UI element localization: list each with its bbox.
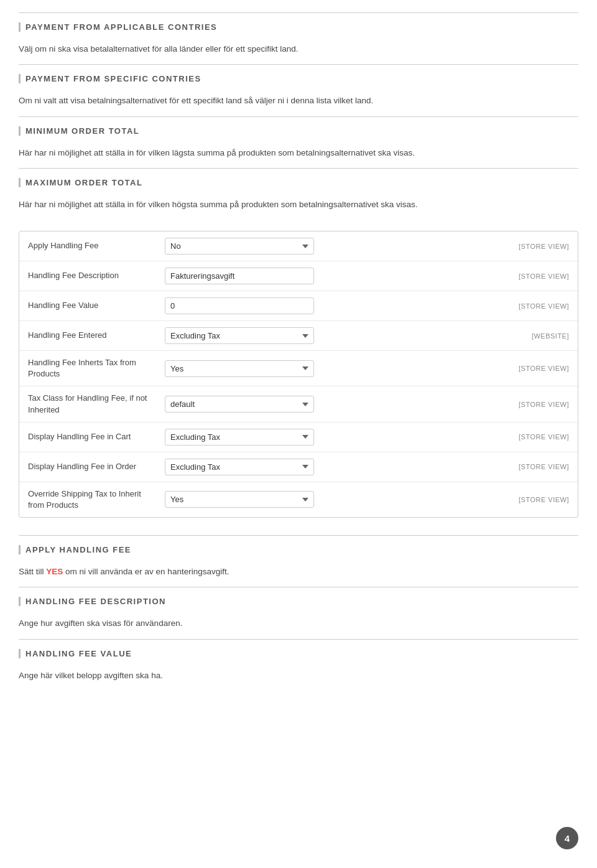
section-desc-handling-fee-value: Ange här vilket belopp avgiften ska ha.: [19, 666, 578, 691]
select-7[interactable]: Excluding TaxIncluding Tax: [165, 459, 314, 475]
field-label-4: Handling Fee Inherts Tax from Products: [19, 351, 156, 386]
section-title-handling-fee-value: HANDLING FEE VALUE: [19, 649, 132, 658]
section-desc-minimum-order: Här har ni möjlighet att ställa in för v…: [19, 143, 578, 168]
desc-text-2: om ni vill använda er av en hanteringsav…: [63, 567, 229, 576]
select-4[interactable]: YesNo: [165, 360, 314, 377]
field-label-5: Tax Class for Handling Fee, if not Inher…: [19, 386, 156, 422]
section-title-apply-handling-fee: APPLY HANDLING FEE: [19, 545, 131, 554]
select-6[interactable]: Excluding TaxIncluding Tax: [165, 429, 314, 446]
field-scope-4: [STORE VIEW]: [460, 351, 578, 386]
settings-table: Apply Handling FeeNoYes[STORE VIEW]Handl…: [19, 231, 578, 517]
section-handling-fee-value: HANDLING FEE VALUE Ange här vilket belop…: [19, 639, 578, 691]
field-control-8[interactable]: YesNo: [156, 482, 460, 517]
section-desc-apply-handling-fee: Sätt till YES om ni vill använda er av e…: [19, 562, 578, 587]
field-label-0: Apply Handling Fee: [19, 231, 156, 261]
field-scope-1: [STORE VIEW]: [460, 261, 578, 291]
field-control-5[interactable]: default: [156, 386, 460, 422]
section-title-maximum-order: MAXIMUM ORDER TOTAL: [19, 178, 142, 187]
section-apply-handling-fee: APPLY HANDLING FEE Sätt till YES om ni v…: [19, 535, 578, 587]
section-handling-fee-desc: HANDLING FEE DESCRIPTION Ange hur avgift…: [19, 587, 578, 638]
input-2[interactable]: [165, 297, 314, 314]
table-row: Override Shipping Tax to Inherit from Pr…: [19, 482, 578, 517]
input-1[interactable]: [165, 268, 314, 284]
table-row: Handling Fee Value[STORE VIEW]: [19, 291, 578, 321]
select-8[interactable]: YesNo: [165, 491, 314, 508]
desc-text-1: Sätt till: [19, 567, 46, 576]
field-scope-8: [STORE VIEW]: [460, 482, 578, 517]
section-title-payment-specific: PAYMENT FROM SPECIFIC CONTRIES: [19, 74, 201, 83]
table-row: Handling Fee Description[STORE VIEW]: [19, 261, 578, 291]
section-desc-payment-applicable: Välj om ni ska visa betalalternativet fö…: [19, 39, 578, 64]
field-control-0[interactable]: NoYes: [156, 231, 460, 261]
field-scope-3: [WEBSITE]: [460, 321, 578, 351]
select-3[interactable]: Excluding TaxIncluding Tax: [165, 327, 314, 344]
table-row: Apply Handling FeeNoYes[STORE VIEW]: [19, 231, 578, 261]
table-row: Tax Class for Handling Fee, if not Inher…: [19, 386, 578, 422]
field-control-2[interactable]: [156, 291, 460, 321]
table-row: Display Handling Fee in CartExcluding Ta…: [19, 422, 578, 452]
field-control-4[interactable]: YesNo: [156, 351, 460, 386]
field-label-1: Handling Fee Description: [19, 261, 156, 291]
table-row: Handling Fee Inherts Tax from ProductsYe…: [19, 351, 578, 386]
field-label-7: Display Handling Fee in Order: [19, 452, 156, 482]
section-payment-specific: PAYMENT FROM SPECIFIC CONTRIES Om ni val…: [19, 64, 578, 116]
field-scope-2: [STORE VIEW]: [460, 291, 578, 321]
section-desc-maximum-order: Här har ni möjlighet att ställa in för v…: [19, 195, 578, 220]
table-row: Display Handling Fee in OrderExcluding T…: [19, 452, 578, 482]
desc-highlight: YES: [46, 567, 63, 576]
section-desc-payment-specific: Om ni valt att visa betalningsalternativ…: [19, 91, 578, 116]
field-scope-0: [STORE VIEW]: [460, 231, 578, 261]
section-maximum-order: MAXIMUM ORDER TOTAL Här har ni möjlighet…: [19, 168, 578, 220]
field-control-6[interactable]: Excluding TaxIncluding Tax: [156, 422, 460, 452]
field-label-2: Handling Fee Value: [19, 291, 156, 321]
field-scope-7: [STORE VIEW]: [460, 452, 578, 482]
field-control-3[interactable]: Excluding TaxIncluding Tax: [156, 321, 460, 351]
section-minimum-order: MINIMUM ORDER TOTAL Här har ni möjlighet…: [19, 116, 578, 168]
section-title-minimum-order: MINIMUM ORDER TOTAL: [19, 126, 139, 136]
field-scope-6: [STORE VIEW]: [460, 422, 578, 452]
field-label-3: Handling Fee Entered: [19, 321, 156, 351]
form-card: Apply Handling FeeNoYes[STORE VIEW]Handl…: [19, 231, 578, 518]
section-title-handling-fee-desc: HANDLING FEE DESCRIPTION: [19, 597, 166, 606]
field-control-7[interactable]: Excluding TaxIncluding Tax: [156, 452, 460, 482]
field-control-1[interactable]: [156, 261, 460, 291]
select-0[interactable]: NoYes: [165, 238, 314, 254]
section-title-payment-applicable: PAYMENT FROM APPLICABLE CONTRIES: [19, 22, 217, 32]
table-row: Handling Fee EnteredExcluding TaxIncludi…: [19, 321, 578, 351]
field-scope-5: [STORE VIEW]: [460, 386, 578, 422]
field-label-6: Display Handling Fee in Cart: [19, 422, 156, 452]
section-desc-handling-fee-desc: Ange hur avgiften ska visas för användar…: [19, 614, 578, 638]
select-5[interactable]: default: [165, 396, 314, 413]
field-label-8: Override Shipping Tax to Inherit from Pr…: [19, 482, 156, 517]
section-payment-applicable: PAYMENT FROM APPLICABLE CONTRIES Välj om…: [19, 12, 578, 64]
